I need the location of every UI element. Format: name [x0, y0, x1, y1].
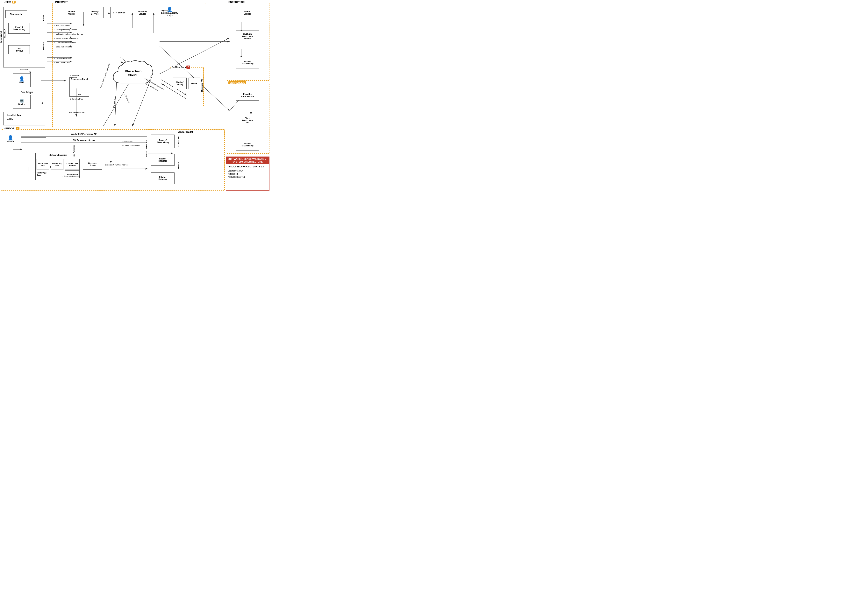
ldap-auth-label: → LDAP/AD Authentication [53, 41, 76, 44]
token-tx-label: → Token Transactions [53, 57, 72, 60]
vendor-license-api-label: Vendor License API [146, 140, 148, 157]
saas-badge: SaaS SERVICE [228, 81, 246, 84]
master-privkey-label: → Master PrivKey Management [53, 37, 80, 39]
auth-arrow-label: ← Auth [161, 14, 178, 16]
gen-user-address-label: → Generate New User Address [102, 164, 128, 166]
download-app-label: ↓ Download App [70, 98, 83, 100]
provider-auth-box: Provider Auth Service [236, 90, 259, 101]
user-privkeys-box: User PrivKeys [8, 45, 30, 54]
device-box: 💻 Device [13, 95, 30, 109]
vendor-section-label: VENDOR P [3, 127, 20, 130]
user-section-label: USER P [3, 1, 16, 3]
svg-text:Blockchain: Blockchain [125, 70, 142, 73]
mfa-service-box: MFA Service [110, 7, 128, 18]
authority-icon: 👤 [161, 7, 178, 12]
proof-stake-saas-box: Proof of Stake Mining [236, 139, 259, 151]
resolv-section: ReSOLV Corp P Blockchain API Minting/ Mi… [170, 68, 204, 106]
external-authority-box: 👤 External Authority ← Auth [161, 7, 178, 21]
add-token-label: → AddToken [122, 140, 132, 143]
req-new-token-label: ↓ Req New Token [112, 96, 117, 110]
generate-license-box: Generate License [83, 159, 102, 170]
installed-app-label: Installed App [7, 114, 21, 116]
blockapi-vendor-label: BlockAPI [178, 162, 179, 170]
read-blockchain-label: ← Read Blockchain [53, 61, 69, 63]
device-laptop-icon: 💻 [19, 98, 24, 103]
saas-auth-label: → SaaS Authentication [53, 46, 72, 48]
smart-wallet-label: Smart Wallet [0, 31, 2, 43]
minting-mining-box: Minting/ Mining [173, 78, 187, 89]
user-box: 👤 User [13, 73, 30, 87]
extapi-label: ExtAPI [43, 15, 44, 21]
purchase-approved-label: ↓ Purchase Approved [68, 111, 85, 113]
proof-stake-user-box: Proof of Stake Mining [8, 23, 30, 34]
master-app-code-label: Master App Code [36, 172, 47, 176]
vendor-badge: P [16, 127, 19, 130]
token-tx-vendor-label: → Token Transactions [122, 144, 140, 146]
ldap-service-box: LDAP/AD Service [236, 7, 259, 18]
blockchain-sdk-box: Blockchain SDK [36, 159, 49, 170]
user-badge: P [12, 1, 16, 3]
proof-stake-vendor-box: Proof of Stake Mining [151, 135, 175, 148]
user-person-icon: 👤 [19, 77, 25, 81]
identity-service-box: Identity Service [86, 7, 104, 18]
ecommerce-api-label: API [70, 93, 89, 96]
send-token-label: ↓ Send Token [124, 93, 130, 104]
credentials-label: Credentials [19, 68, 28, 71]
license-database-box: License Database [151, 154, 175, 166]
svg-text:Cloud: Cloud [128, 74, 137, 77]
local-auth-label: Local Authentication [0, 77, 0, 94]
slv-content: ReSOLV BLOCKCHAIN - DRAFT 0.3 Copyright … [226, 164, 269, 180]
block-cache-box: Block cache [5, 10, 27, 18]
internet-section-label: INTERNET [55, 1, 69, 3]
online-wallet-box: Online Wallet [63, 7, 80, 18]
internet-section: INTERNET Online Wallet Identity Service … [52, 3, 206, 127]
blockchain-api-inner-label: Blockchain API [201, 79, 203, 92]
multifactor-label: → Multifactor Authentication Service [53, 33, 83, 35]
priv-identity-label: → Privileged Identity Service [53, 28, 77, 31]
custom-user-bootstrap-box: Custom User Bootsap [65, 159, 80, 170]
purchase-software-label: ↑ Purchase Software [70, 74, 79, 79]
intauthapi-label: IntAuthAPI [4, 29, 6, 38]
wallet-resolv-box: Wallet [189, 78, 200, 89]
admin-icon: 👤 [4, 135, 17, 140]
vendor-section: VENDOR P 👤 Admin Admin Web portal Vendor… [1, 129, 225, 190]
blockapi-label: BlockAPI [43, 42, 44, 50]
extauth-api-label: ExtAuth API [178, 137, 179, 147]
runs-software-label: Runs Software [21, 91, 33, 93]
auth-sync-label: ← Auth, Sync Wallet [53, 24, 70, 27]
app-id-label: App ID [7, 118, 13, 120]
privkey-database-box: PrivKey Database [151, 173, 175, 184]
admin-box: 👤 Admin [4, 135, 17, 143]
vendor-wallet-section: Vendor Wallet Vendor License API Proof o… [147, 130, 223, 189]
user-section: USER P Smart Wallet Block cache IntAuthA… [1, 3, 52, 127]
vendor-slv-api-box: Vendor SLV Provenance API [21, 132, 147, 137]
enterprise-section: ENTERPRISE LDAP/AD Service LDAP/AD Block… [226, 3, 269, 81]
send-token-update-label: ↑ Send Token (update blockchain) [99, 63, 110, 88]
software-license-box: SOFTWARE LICENSE VALIDATION - SYSTEMS AR… [226, 157, 269, 190]
saas-section: SaaS SERVICE Provider Auth Service Cloud… [226, 83, 269, 154]
generate-bootstrap-label: ← Generate Bootstrap [62, 175, 80, 177]
slv-header: SOFTWARE LICENSE VALIDATION - SYSTEMS AR… [226, 157, 269, 164]
ecommerce-portal-box: Ecommerce Portal API [69, 77, 89, 97]
ldap-blockchain-box: LDAP/AD Blockchain Service [236, 30, 259, 42]
multikey-service-box: MultiKey Service [134, 7, 151, 18]
master-app-exe-box: Master App Exe [51, 159, 63, 170]
proof-stake-enterprise-box: Proof of Stake Mining [236, 57, 259, 68]
cloud-blockchain-api-box: Cloud Blockchain API [236, 115, 259, 126]
resolv-badge: P [186, 66, 190, 69]
enterprise-section-label: ENTERPRISE [228, 1, 246, 3]
main-container: USER P Smart Wallet Block cache IntAuthA… [0, 0, 272, 193]
